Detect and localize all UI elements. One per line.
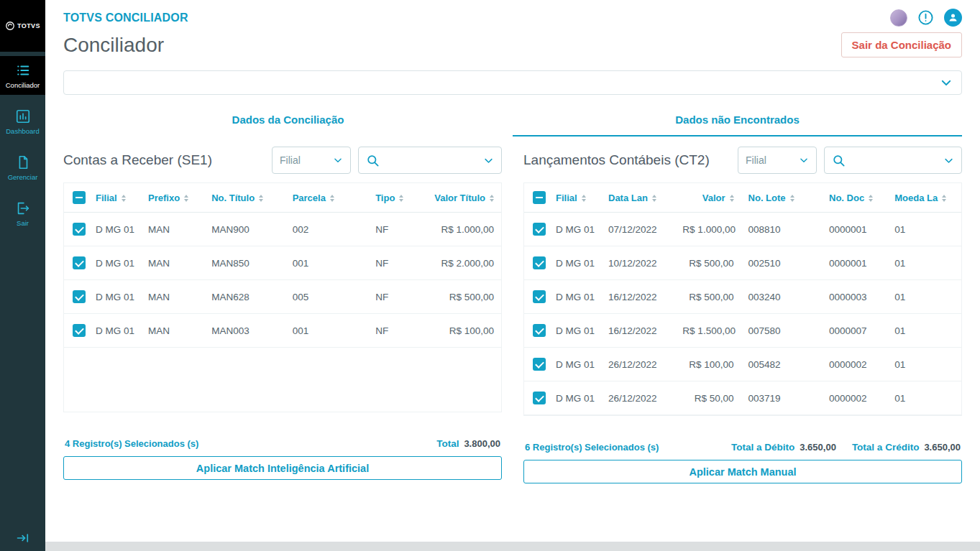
sort-icon[interactable]	[942, 195, 946, 202]
table-cell: MAN	[141, 280, 204, 314]
sidebar-nav: Conciliador Dashboard Gerenciar	[0, 56, 45, 233]
row-checkbox[interactable]	[73, 223, 86, 236]
column-label: Prefixo	[148, 193, 180, 203]
table-cell: 26/12/2022	[601, 381, 675, 415]
sort-icon[interactable]	[790, 195, 794, 202]
user-icon[interactable]	[944, 9, 962, 27]
select-all-checkbox[interactable]	[73, 191, 86, 204]
sort-icon[interactable]	[399, 195, 403, 202]
chevron-down-icon[interactable]	[483, 155, 494, 166]
chevron-down-icon[interactable]	[943, 155, 954, 166]
sort-icon[interactable]	[330, 195, 334, 202]
row-checkbox[interactable]	[533, 290, 546, 303]
row-checkbox[interactable]	[73, 290, 86, 303]
tab-dados-nao-encontrados[interactable]: Dados não Encontrados	[513, 106, 962, 136]
receivables-search-lookup[interactable]	[358, 147, 502, 174]
row-checkbox[interactable]	[73, 256, 86, 269]
total-debit-pair: Total a Débito 3.650,00	[731, 442, 836, 453]
table-cell: 01	[887, 280, 961, 314]
column-header-tipo[interactable]: Tipo	[368, 183, 423, 213]
page-title: Conciliador	[63, 34, 164, 57]
receivables-filial-select[interactable]: Filial	[272, 147, 351, 174]
accounting-entries-table: FilialData LanValorNo. LoteNo. DocMoeda …	[524, 183, 961, 415]
sort-icon[interactable]	[730, 195, 734, 202]
table-cell: 0000007	[822, 314, 887, 348]
accounting-search-lookup[interactable]	[824, 147, 962, 174]
sidebar-item-label: Conciliador	[6, 81, 40, 89]
column-header-prefixo[interactable]: Prefixo	[141, 183, 204, 213]
accounting-table-container: FilialData LanValorNo. LoteNo. DocMoeda …	[523, 182, 962, 416]
totvs-logo-icon	[5, 21, 15, 31]
sidebar-item-dashboard[interactable]: Dashboard	[0, 102, 45, 141]
filter-collapse-bar[interactable]	[63, 70, 962, 95]
tab-label: Dados não Encontrados	[675, 114, 800, 126]
table-header-row: FilialPrefixoNo. TítuloParcelaTipoValor …	[64, 183, 501, 213]
row-checkbox[interactable]	[533, 324, 546, 337]
column-header-parcela[interactable]: Parcela	[285, 183, 369, 213]
tab-dados-da-conciliacao[interactable]: Dados da Conciliação	[63, 106, 513, 136]
row-checkbox[interactable]	[73, 324, 86, 337]
accounting-entries-panel: Lançamentos Contábeis (CT2) Filial	[523, 136, 962, 483]
topbar: TOTVS CONCILIADOR	[63, 9, 962, 27]
table-cell: 007580	[741, 314, 822, 348]
table-row: D MG 0116/12/2022R$ 1.500,00007580000000…	[524, 314, 961, 348]
select-all-checkbox[interactable]	[533, 191, 546, 204]
sort-icon[interactable]	[869, 195, 873, 202]
table-cell: 0000003	[822, 280, 887, 314]
receivables-panel-title: Contas a Receber (SE1)	[63, 152, 265, 168]
sidebar-item-conciliador[interactable]: Conciliador	[0, 56, 45, 95]
column-header-valor-t-tulo[interactable]: Valor Título	[423, 183, 501, 213]
search-icon	[366, 154, 380, 167]
table-cell: D MG 01	[549, 280, 601, 314]
sort-icon[interactable]	[122, 195, 126, 202]
total-debit-label: Total a Débito	[731, 442, 794, 453]
column-header-moeda-la[interactable]: Moeda La	[887, 183, 961, 213]
sort-icon[interactable]	[490, 195, 494, 202]
sort-icon[interactable]	[582, 195, 586, 202]
sort-icon[interactable]	[259, 195, 263, 202]
table-cell: MAN	[141, 213, 204, 246]
table-cell: 01	[887, 348, 961, 381]
alert-icon[interactable]	[917, 9, 934, 26]
apply-ai-match-button[interactable]: Aplicar Match Inteligência Artificial	[63, 456, 502, 480]
column-header-filial[interactable]: Filial	[549, 183, 601, 213]
row-checkbox[interactable]	[533, 256, 546, 269]
horizontal-scrollbar[interactable]	[45, 542, 980, 551]
exit-conciliation-button[interactable]: Sair da Conciliação	[841, 32, 962, 57]
column-header-data-lan[interactable]: Data Lan	[601, 183, 675, 213]
table-cell: 001	[285, 314, 369, 348]
accounting-filial-select[interactable]: Filial	[738, 147, 817, 174]
chevron-down-icon	[940, 76, 953, 89]
row-checkbox[interactable]	[533, 223, 546, 236]
table-cell: MAN	[141, 314, 204, 348]
table-header-row: FilialData LanValorNo. LoteNo. DocMoeda …	[524, 183, 961, 213]
table-cell: NF	[368, 314, 423, 348]
table-cell: 003719	[741, 381, 822, 415]
column-label: Tipo	[375, 193, 395, 203]
tab-label: Dados da Conciliação	[232, 114, 344, 126]
table-cell: 003240	[741, 280, 822, 314]
table-row: D MG 0107/12/2022R$ 1.000,00008810000000…	[524, 213, 961, 246]
avatar[interactable]	[890, 9, 907, 27]
table-cell: R$ 500,00	[423, 280, 501, 314]
row-checkbox[interactable]	[533, 392, 546, 404]
sidebar-item-gerenciar[interactable]: Gerenciar	[0, 148, 45, 187]
table-cell: R$ 100,00	[675, 348, 741, 381]
table-row: D MG 0126/12/2022R$ 50,00003719000000201	[524, 381, 961, 415]
column-header-no-lote[interactable]: No. Lote	[741, 183, 822, 213]
totvs-logo: TOTVS	[0, 0, 45, 52]
sidebar-item-sair[interactable]: Sair	[0, 194, 45, 233]
table-cell: R$ 500,00	[675, 280, 741, 314]
sort-icon[interactable]	[184, 195, 188, 202]
expand-sidebar-button[interactable]	[0, 531, 45, 545]
column-header-no-t-tulo[interactable]: No. Título	[204, 183, 285, 213]
column-header-filial[interactable]: Filial	[88, 183, 141, 213]
sidebar-item-label: Gerenciar	[8, 173, 38, 181]
apply-manual-match-button[interactable]: Aplicar Match Manual	[523, 460, 962, 483]
row-checkbox[interactable]	[533, 358, 546, 371]
column-header-valor[interactable]: Valor	[675, 183, 741, 213]
sort-icon[interactable]	[652, 195, 656, 202]
table-cell: 0000001	[822, 213, 887, 246]
table-cell: MAN628	[204, 280, 285, 314]
column-header-no-doc[interactable]: No. Doc	[822, 183, 887, 213]
